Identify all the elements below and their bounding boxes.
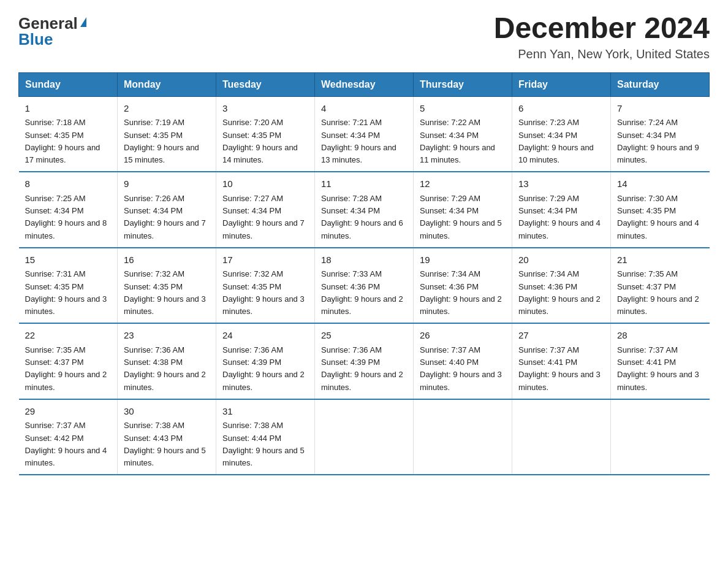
header: General Blue December 2024 Penn Yan, New… <box>18 12 710 61</box>
calendar-header-row: SundayMondayTuesdayWednesdayThursdayFrid… <box>19 72 710 96</box>
day-number: 30 <box>124 405 210 419</box>
calendar-day-cell: 14Sunrise: 7:30 AMSunset: 4:35 PMDayligh… <box>611 172 710 248</box>
day-info: Sunrise: 7:18 AMSunset: 4:35 PMDaylight:… <box>25 118 100 164</box>
calendar-week-row: 15Sunrise: 7:31 AMSunset: 4:35 PMDayligh… <box>19 248 710 324</box>
day-info: Sunrise: 7:36 AMSunset: 4:38 PMDaylight:… <box>124 345 206 392</box>
day-number: 29 <box>25 405 112 419</box>
day-number: 14 <box>617 177 703 191</box>
day-number: 6 <box>518 102 604 116</box>
calendar-day-cell: 12Sunrise: 7:29 AMSunset: 4:34 PMDayligh… <box>414 172 512 248</box>
calendar-day-cell: 26Sunrise: 7:37 AMSunset: 4:40 PMDayligh… <box>414 323 512 399</box>
calendar-day-cell: 1Sunrise: 7:18 AMSunset: 4:35 PMDaylight… <box>19 96 118 172</box>
day-info: Sunrise: 7:36 AMSunset: 4:39 PMDaylight:… <box>222 345 305 392</box>
calendar-day-cell: 17Sunrise: 7:32 AMSunset: 4:35 PMDayligh… <box>216 248 315 324</box>
calendar-day-cell: 16Sunrise: 7:32 AMSunset: 4:35 PMDayligh… <box>118 248 216 324</box>
day-info: Sunrise: 7:24 AMSunset: 4:34 PMDaylight:… <box>617 118 699 164</box>
column-header-sunday: Sunday <box>19 72 118 96</box>
day-info: Sunrise: 7:30 AMSunset: 4:35 PMDaylight:… <box>617 194 699 240</box>
day-number: 11 <box>321 177 407 191</box>
column-header-thursday: Thursday <box>414 72 512 96</box>
day-number: 8 <box>25 177 112 191</box>
logo: General Blue <box>18 12 86 47</box>
calendar-day-cell: 29Sunrise: 7:37 AMSunset: 4:42 PMDayligh… <box>19 399 118 475</box>
calendar-day-cell: 5Sunrise: 7:22 AMSunset: 4:34 PMDaylight… <box>414 96 512 172</box>
day-number: 25 <box>321 329 407 343</box>
day-number: 23 <box>124 329 210 343</box>
day-info: Sunrise: 7:37 AMSunset: 4:41 PMDaylight:… <box>518 345 601 392</box>
calendar-day-cell <box>512 399 611 475</box>
calendar-day-cell: 20Sunrise: 7:34 AMSunset: 4:36 PMDayligh… <box>512 248 611 324</box>
calendar-day-cell: 28Sunrise: 7:37 AMSunset: 4:41 PMDayligh… <box>611 323 710 399</box>
day-number: 31 <box>222 405 308 419</box>
day-info: Sunrise: 7:27 AMSunset: 4:34 PMDaylight:… <box>222 194 305 240</box>
calendar-day-cell: 10Sunrise: 7:27 AMSunset: 4:34 PMDayligh… <box>216 172 315 248</box>
calendar-day-cell: 8Sunrise: 7:25 AMSunset: 4:34 PMDaylight… <box>19 172 118 248</box>
day-number: 19 <box>420 253 506 267</box>
day-info: Sunrise: 7:25 AMSunset: 4:34 PMDaylight:… <box>25 194 107 240</box>
column-header-monday: Monday <box>118 72 216 96</box>
day-info: Sunrise: 7:20 AMSunset: 4:35 PMDaylight:… <box>222 118 298 164</box>
logo-blue: Blue <box>18 31 53 47</box>
day-info: Sunrise: 7:21 AMSunset: 4:34 PMDaylight:… <box>321 118 396 164</box>
day-number: 17 <box>222 253 308 267</box>
title-area: December 2024 Penn Yan, New York, United… <box>494 12 710 61</box>
day-info: Sunrise: 7:19 AMSunset: 4:35 PMDaylight:… <box>124 118 199 164</box>
logo-general: General <box>18 15 78 31</box>
calendar-week-row: 22Sunrise: 7:35 AMSunset: 4:37 PMDayligh… <box>19 323 710 399</box>
location-title: Penn Yan, New York, United States <box>494 47 710 61</box>
day-info: Sunrise: 7:28 AMSunset: 4:34 PMDaylight:… <box>321 194 403 240</box>
day-info: Sunrise: 7:38 AMSunset: 4:43 PMDaylight:… <box>124 421 206 467</box>
month-title: December 2024 <box>494 12 710 45</box>
column-header-wednesday: Wednesday <box>315 72 414 96</box>
day-number: 27 <box>518 329 604 343</box>
calendar-day-cell: 7Sunrise: 7:24 AMSunset: 4:34 PMDaylight… <box>611 96 710 172</box>
day-number: 24 <box>222 329 308 343</box>
column-header-tuesday: Tuesday <box>216 72 315 96</box>
day-number: 21 <box>617 253 703 267</box>
day-number: 1 <box>25 102 112 116</box>
day-info: Sunrise: 7:36 AMSunset: 4:39 PMDaylight:… <box>321 345 403 392</box>
calendar-day-cell: 11Sunrise: 7:28 AMSunset: 4:34 PMDayligh… <box>315 172 414 248</box>
day-info: Sunrise: 7:29 AMSunset: 4:34 PMDaylight:… <box>420 194 502 240</box>
day-number: 18 <box>321 253 407 267</box>
calendar-day-cell: 25Sunrise: 7:36 AMSunset: 4:39 PMDayligh… <box>315 323 414 399</box>
calendar-week-row: 1Sunrise: 7:18 AMSunset: 4:35 PMDaylight… <box>19 96 710 172</box>
day-info: Sunrise: 7:38 AMSunset: 4:44 PMDaylight:… <box>222 421 305 467</box>
calendar-day-cell: 27Sunrise: 7:37 AMSunset: 4:41 PMDayligh… <box>512 323 611 399</box>
logo-triangle-icon <box>80 17 86 27</box>
calendar-day-cell: 15Sunrise: 7:31 AMSunset: 4:35 PMDayligh… <box>19 248 118 324</box>
calendar-day-cell: 22Sunrise: 7:35 AMSunset: 4:37 PMDayligh… <box>19 323 118 399</box>
column-header-saturday: Saturday <box>611 72 710 96</box>
day-number: 22 <box>25 329 112 343</box>
day-number: 7 <box>617 102 703 116</box>
day-info: Sunrise: 7:22 AMSunset: 4:34 PMDaylight:… <box>420 118 495 164</box>
calendar-day-cell: 24Sunrise: 7:36 AMSunset: 4:39 PMDayligh… <box>216 323 315 399</box>
day-info: Sunrise: 7:26 AMSunset: 4:34 PMDaylight:… <box>124 194 206 240</box>
calendar-day-cell: 9Sunrise: 7:26 AMSunset: 4:34 PMDaylight… <box>118 172 216 248</box>
day-info: Sunrise: 7:34 AMSunset: 4:36 PMDaylight:… <box>518 269 601 316</box>
calendar-day-cell: 13Sunrise: 7:29 AMSunset: 4:34 PMDayligh… <box>512 172 611 248</box>
day-number: 2 <box>124 102 210 116</box>
day-number: 28 <box>617 329 703 343</box>
day-number: 9 <box>124 177 210 191</box>
day-number: 4 <box>321 102 407 116</box>
day-number: 15 <box>25 253 112 267</box>
day-info: Sunrise: 7:29 AMSunset: 4:34 PMDaylight:… <box>518 194 601 240</box>
calendar-day-cell <box>611 399 710 475</box>
calendar-day-cell: 30Sunrise: 7:38 AMSunset: 4:43 PMDayligh… <box>118 399 216 475</box>
calendar-day-cell: 6Sunrise: 7:23 AMSunset: 4:34 PMDaylight… <box>512 96 611 172</box>
calendar-day-cell <box>414 399 512 475</box>
day-info: Sunrise: 7:37 AMSunset: 4:40 PMDaylight:… <box>420 345 502 392</box>
day-info: Sunrise: 7:31 AMSunset: 4:35 PMDaylight:… <box>25 269 107 316</box>
day-number: 26 <box>420 329 506 343</box>
calendar-day-cell: 21Sunrise: 7:35 AMSunset: 4:37 PMDayligh… <box>611 248 710 324</box>
column-header-friday: Friday <box>512 72 611 96</box>
day-info: Sunrise: 7:37 AMSunset: 4:42 PMDaylight:… <box>25 421 107 467</box>
day-info: Sunrise: 7:34 AMSunset: 4:36 PMDaylight:… <box>420 269 502 316</box>
day-number: 13 <box>518 177 604 191</box>
calendar-day-cell <box>315 399 414 475</box>
day-info: Sunrise: 7:32 AMSunset: 4:35 PMDaylight:… <box>222 269 305 316</box>
day-info: Sunrise: 7:37 AMSunset: 4:41 PMDaylight:… <box>617 345 699 392</box>
day-number: 12 <box>420 177 506 191</box>
calendar-day-cell: 2Sunrise: 7:19 AMSunset: 4:35 PMDaylight… <box>118 96 216 172</box>
